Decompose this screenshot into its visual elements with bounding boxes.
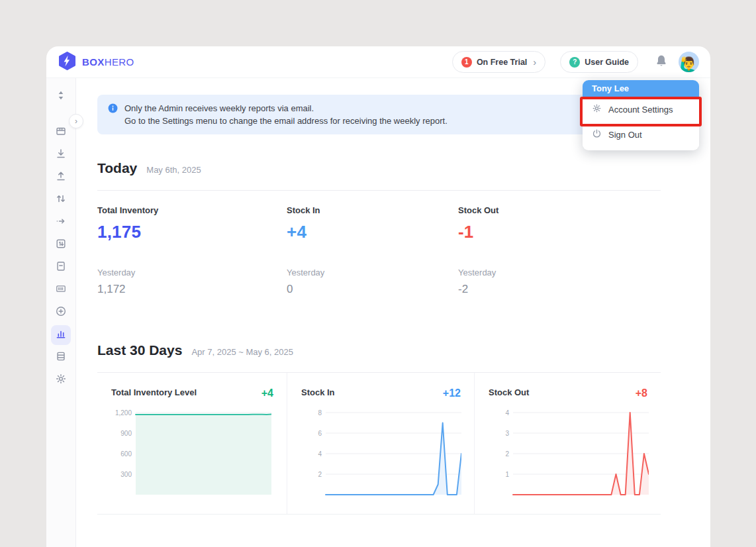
sidebar-item-stock-out[interactable] — [51, 168, 71, 187]
power-icon — [592, 128, 602, 140]
today-section: Today May 6th, 2025 Total Inventory 1,17… — [97, 160, 661, 296]
info-icon — [108, 103, 118, 116]
chart-title: Stock Out — [489, 387, 529, 397]
yesterday-label: Yesterday — [458, 268, 661, 277]
svg-text:6: 6 — [318, 430, 322, 437]
svg-text:3: 3 — [505, 430, 509, 437]
brand-name: BOXHERO — [82, 56, 134, 68]
stat-value: 1,175 — [97, 222, 287, 242]
sidebar-item-barcode[interactable] — [51, 280, 71, 300]
stat-stock-out: Stock Out -1 Yesterday -2 — [458, 205, 661, 296]
stock-in-area-chart: 8642 — [301, 409, 461, 501]
total-inventory-area-chart: 1,200900600300 — [111, 409, 273, 501]
user-guide-button[interactable]: ? User Guide — [560, 51, 638, 73]
stock-adjust-icon — [55, 193, 67, 207]
sidebar-item-sort[interactable] — [51, 87, 71, 107]
products-box-icon — [55, 125, 67, 140]
stat-total-inventory: Total Inventory 1,175 Yesterday 1,172 — [97, 205, 287, 296]
stock-out-area-chart: 4321 — [489, 409, 647, 501]
sidebar-item-stocktake[interactable] — [51, 235, 71, 255]
sidebar-item-stock-adjust[interactable] — [51, 190, 71, 210]
chart-title: Stock In — [301, 387, 335, 397]
stat-value: -1 — [458, 222, 661, 242]
chart-title: Total Inventory Level — [111, 387, 197, 397]
sidebar-item-data-center[interactable] — [51, 348, 71, 368]
stock-out-icon — [55, 170, 67, 185]
gear-icon — [592, 103, 602, 115]
barcode-icon — [55, 283, 67, 297]
svg-text:2: 2 — [505, 450, 509, 458]
svg-text:300: 300 — [120, 471, 132, 478]
charts-row: Total Inventory Level +4 1,200900600300 … — [97, 373, 661, 515]
stocktake-icon — [55, 238, 67, 252]
data-center-icon — [55, 350, 67, 365]
chevron-right-icon: › — [533, 56, 536, 68]
user-avatar[interactable]: 🙋‍♂️ — [679, 52, 699, 72]
chart-delta-badge: +12 — [443, 387, 461, 399]
last30-range: Apr 7, 2025 ~ May 6, 2025 — [191, 347, 293, 357]
account-settings-label: Account Settings — [608, 105, 673, 115]
sort-icon — [55, 89, 67, 104]
transactions-icon — [55, 260, 67, 275]
bell-icon — [655, 54, 668, 70]
today-stats: Total Inventory 1,175 Yesterday 1,172 St… — [97, 191, 661, 296]
chart-panel-total-inventory-level: Total Inventory Level +4 1,200900600300 — [97, 373, 287, 514]
yesterday-label: Yesterday — [97, 268, 287, 277]
chevron-right-icon: › — [75, 117, 77, 126]
banner-line-2: Go to the Settings menu to change the em… — [124, 115, 448, 127]
yesterday-value: 0 — [287, 283, 458, 296]
sign-out-label: Sign Out — [608, 130, 642, 140]
sidebar-item-transactions[interactable] — [51, 258, 71, 277]
user-menu-username: Tony Lee — [583, 80, 699, 97]
sidebar-item-stock-in[interactable] — [51, 145, 71, 165]
app-header: BOXHERO 1 On Free Trial › ? User Guide 🙋… — [46, 46, 710, 78]
svg-text:8: 8 — [318, 409, 322, 417]
svg-text:1: 1 — [505, 471, 509, 478]
avatar-emoji: 🙋‍♂️ — [680, 58, 698, 72]
svg-text:4: 4 — [505, 409, 509, 417]
analytics-icon — [55, 328, 67, 342]
today-date: May 6th, 2025 — [146, 165, 201, 175]
chart-delta-badge: +4 — [261, 387, 273, 399]
free-trial-button[interactable]: 1 On Free Trial › — [452, 51, 545, 73]
yesterday-value: 1,172 — [97, 283, 287, 296]
sidebar-item-add[interactable] — [51, 303, 71, 323]
page: { "brand": { "bold": "BOX", "light": "HE… — [0, 0, 756, 547]
menu-item-sign-out[interactable]: Sign Out — [583, 122, 699, 147]
free-trial-label: On Free Trial — [477, 58, 527, 67]
last30-title: Last 30 Days — [97, 342, 182, 358]
stock-move-icon — [55, 215, 67, 230]
user-guide-label: User Guide — [585, 58, 629, 67]
yesterday-label: Yesterday — [287, 268, 458, 277]
user-dropdown-menu: Tony Lee Account Settings Sign Out — [583, 80, 699, 150]
add-item-icon — [55, 305, 67, 320]
brand-logo[interactable]: BOXHERO — [58, 52, 134, 73]
notifications-button[interactable] — [655, 54, 668, 70]
svg-text:4: 4 — [318, 450, 322, 458]
stat-label: Stock Out — [458, 205, 661, 215]
info-banner: Only the Admin receives weekly reports v… — [97, 95, 661, 134]
settings-icon — [55, 373, 67, 387]
svg-text:600: 600 — [120, 450, 132, 458]
trial-count-badge: 1 — [461, 57, 472, 68]
sidebar-item-stock-move[interactable] — [51, 213, 71, 232]
chart-delta-badge: +8 — [636, 387, 647, 399]
question-icon: ? — [569, 57, 580, 68]
svg-text:1,200: 1,200 — [115, 409, 132, 417]
sidebar-item-analytics[interactable] — [51, 325, 71, 345]
menu-item-account-settings[interactable]: Account Settings — [583, 97, 699, 122]
stock-in-icon — [55, 148, 67, 162]
last-30-days-section: Last 30 Days Apr 7, 2025 ~ May 6, 2025 T… — [97, 342, 661, 515]
sidebar-item-settings[interactable] — [51, 370, 71, 390]
stat-stock-in: Stock In +4 Yesterday 0 — [287, 205, 458, 296]
boxhero-hexagon-logo-icon — [58, 52, 76, 73]
banner-line-1: Only the Admin receives weekly reports v… — [124, 102, 448, 115]
sidebar-expand-button[interactable]: › — [69, 114, 83, 128]
sidebar — [46, 78, 76, 547]
stat-label: Total Inventory — [97, 205, 287, 215]
sidebar-item-products[interactable] — [51, 123, 71, 142]
stat-label: Stock In — [287, 205, 458, 215]
chart-panel-stock-in: Stock In +12 8642 — [287, 373, 474, 514]
chart-panel-stock-out: Stock Out +8 4321 — [474, 373, 661, 514]
banner-text: Only the Admin receives weekly reports v… — [124, 102, 448, 127]
